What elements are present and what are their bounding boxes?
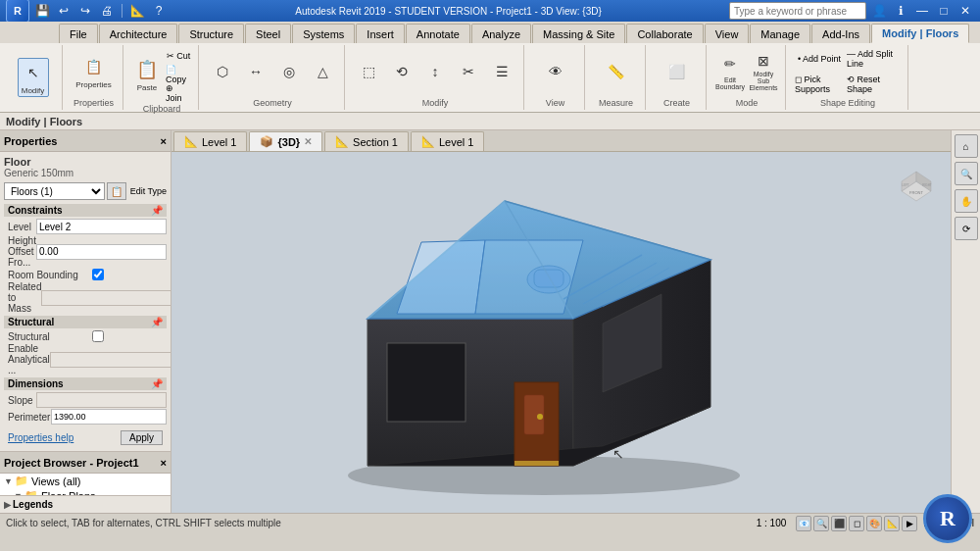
legend-label: Legends xyxy=(13,499,53,510)
right-tool-1[interactable]: ⌂ xyxy=(955,134,978,158)
viewport-tab-3d[interactable]: 📦 {3D} ✕ xyxy=(249,131,322,151)
tab-addins[interactable]: Add-Ins xyxy=(811,24,870,43)
perimeter-value[interactable] xyxy=(51,409,167,425)
browser-content: ▼ 📁 Views (all) ▼ 📁 Floor Plans 🗂 Level … xyxy=(0,474,171,495)
room-bounding-checkbox[interactable] xyxy=(92,269,104,280)
tab-steel[interactable]: Steel xyxy=(245,24,291,43)
properties-close-btn[interactable]: × xyxy=(161,135,167,147)
geom-btn-1[interactable]: ⬡ xyxy=(207,52,238,91)
ribbon-group-shape-editing: • Add Point — Add Split Line ◻ Pick Supp… xyxy=(788,45,908,110)
structural-label: Structural xyxy=(8,317,54,327)
paste-button[interactable]: 📋 Paste xyxy=(131,55,163,94)
right-tool-4[interactable]: ⟳ xyxy=(955,217,978,240)
measure-btn[interactable]: 📏 xyxy=(601,52,632,91)
top-bar: R 💾 ↩ ↪ 🖨 📐 ? Autodesk Revit 2019 - STUD… xyxy=(0,0,980,113)
modify-button[interactable]: ↖ Modify xyxy=(18,58,49,97)
geom-btn-3[interactable]: ◎ xyxy=(273,52,305,91)
right-tool-2[interactable]: 🔍 xyxy=(955,162,978,185)
mod-btn-5[interactable]: ☰ xyxy=(486,52,517,91)
measure-buttons: 📏 xyxy=(601,47,632,96)
revit-logo: R xyxy=(923,494,972,543)
help-button[interactable]: ? xyxy=(150,2,168,20)
status-icon-7[interactable]: ▶ xyxy=(902,516,917,531)
edit-boundary-button[interactable]: ✏ EditBoundary xyxy=(714,52,746,91)
mod-btn-3[interactable]: ↕ xyxy=(419,52,451,91)
viewport-tab-section1[interactable]: 📐 Section 1 xyxy=(324,131,409,151)
structural-checkbox[interactable] xyxy=(92,330,104,342)
pick-supports-button[interactable]: ◻ Pick Supports xyxy=(794,74,845,95)
tab-analyze[interactable]: Analyze xyxy=(471,24,531,43)
tab-insert[interactable]: Insert xyxy=(356,24,405,43)
undo-button[interactable]: ↩ xyxy=(55,2,73,20)
mod-btn-4[interactable]: ✂ xyxy=(453,52,484,91)
window-minimize[interactable]: — xyxy=(913,2,931,20)
ribbon-group-mode: ✏ EditBoundary ⊠ ModifySub Elements Mode xyxy=(709,45,786,110)
print-button[interactable]: 🖨 xyxy=(98,2,116,20)
tab-annotate[interactable]: Annotate xyxy=(406,24,470,43)
status-icon-1[interactable]: 📧 xyxy=(796,516,811,531)
status-icon-2[interactable]: 🔍 xyxy=(813,516,829,531)
geom-btn-4[interactable]: △ xyxy=(307,52,338,91)
cut-button[interactable]: ✂ Cut xyxy=(165,47,192,65)
tab-massing[interactable]: Massing & Site xyxy=(532,24,625,43)
save-button[interactable]: 💾 xyxy=(33,2,51,20)
browser-views-all[interactable]: ▼ 📁 Views (all) xyxy=(0,474,171,488)
tab-file[interactable]: File xyxy=(59,24,98,43)
modify-sub-elements-button[interactable]: ⊠ ModifySub Elements xyxy=(748,52,779,91)
create-group-label: Create xyxy=(663,98,690,108)
window-maximize[interactable]: □ xyxy=(935,2,953,20)
level-value[interactable] xyxy=(36,219,167,234)
info-button[interactable]: ℹ xyxy=(892,2,909,20)
command-bar: Modify | Floors xyxy=(0,113,980,130)
legend-arrow: ▶ xyxy=(4,500,11,510)
app-icon[interactable]: R xyxy=(6,0,29,23)
viewport-tab-level1-1[interactable]: 📐 Level 1 xyxy=(173,131,247,151)
search-input[interactable] xyxy=(729,2,866,20)
copy-button[interactable]: 📄 Copy xyxy=(165,66,192,83)
properties-help-link[interactable]: Properties help xyxy=(4,430,77,445)
navigation-cube[interactable]: FRONT LEFT RIGHT xyxy=(892,162,941,211)
window-close[interactable]: ✕ xyxy=(956,2,974,20)
redo-button[interactable]: ↪ xyxy=(76,2,94,20)
geom-btn-2[interactable]: ↔ xyxy=(240,52,271,91)
status-icon-3[interactable]: ⬛ xyxy=(831,516,847,531)
slope-label: Slope xyxy=(4,395,36,406)
measure-button[interactable]: 📐 xyxy=(128,2,146,20)
browser-floor-plans[interactable]: ▼ 📁 Floor Plans xyxy=(0,488,171,495)
edit-type-button[interactable]: 📋 xyxy=(107,182,126,200)
reset-shape-button[interactable]: ⟲ Reset Shape xyxy=(846,74,897,95)
viewport-canvas[interactable]: FRONT LEFT RIGHT ↖ xyxy=(172,152,951,513)
quick-access-toolbar: R 💾 ↩ ↪ 🖨 📐 ? Autodesk Revit 2019 - STUD… xyxy=(0,0,980,22)
svg-rect-18 xyxy=(514,461,559,466)
right-tool-3[interactable]: ✋ xyxy=(955,189,978,213)
mod-btn-2[interactable]: ⟲ xyxy=(386,52,417,91)
view-btn[interactable]: 👁 xyxy=(540,52,571,91)
tab-structure[interactable]: Structure xyxy=(178,24,244,43)
tab-architecture[interactable]: Architecture xyxy=(99,24,178,43)
height-offset-value[interactable] xyxy=(36,244,167,260)
create-btn[interactable]: ⬜ xyxy=(662,52,693,91)
tab-manage[interactable]: Manage xyxy=(750,24,810,43)
tab-3d-close[interactable]: ✕ xyxy=(304,136,312,147)
enable-analytical-value xyxy=(50,352,172,368)
user-icon[interactable]: 👤 xyxy=(870,2,888,20)
instance-dropdown[interactable]: Floors (1) xyxy=(4,182,105,200)
join-button[interactable]: ⊕ Join xyxy=(165,84,192,102)
tab-systems[interactable]: Systems xyxy=(292,24,355,43)
properties-button[interactable]: 📋 Properties xyxy=(78,52,110,91)
status-icon-6[interactable]: 📐 xyxy=(884,516,900,531)
tab-modify-floors[interactable]: Modify | Floors xyxy=(871,24,969,43)
add-point-button[interactable]: • Add Point xyxy=(794,48,845,70)
status-icon-4[interactable]: ◻ xyxy=(849,516,864,531)
mode-group-label: Mode xyxy=(736,98,759,108)
viewport-tab-level1-2[interactable]: 📐 Level 1 xyxy=(411,131,484,151)
browser-close-btn[interactable]: × xyxy=(161,457,167,469)
geom-icon-2: ↔ xyxy=(244,60,268,83)
add-split-line-button[interactable]: — Add Split Line xyxy=(846,48,897,70)
tab-collaborate[interactable]: Collaborate xyxy=(626,24,703,43)
apply-button[interactable]: Apply xyxy=(121,430,163,445)
mod-btn-1[interactable]: ⬚ xyxy=(353,52,384,91)
status-icon-5[interactable]: 🎨 xyxy=(866,516,882,531)
modify-group-label: Modify xyxy=(422,98,449,108)
tab-view[interactable]: View xyxy=(705,24,750,43)
